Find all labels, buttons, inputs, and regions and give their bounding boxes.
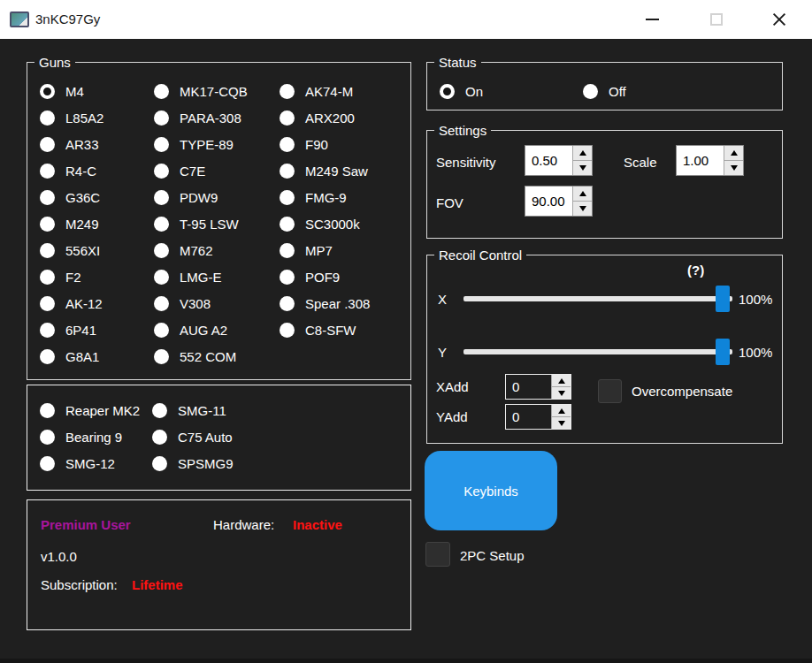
radio-option-c7e[interactable]: C7E [154,157,248,184]
radio-option-off[interactable]: Off [583,78,626,104]
radio-option-label: F2 [65,270,81,285]
spin-down-button[interactable] [552,417,571,429]
maximize-button[interactable] [696,0,737,39]
radio-icon [154,323,169,338]
radio-option-f90[interactable]: F90 [280,131,370,157]
xadd-value: 0 [506,375,551,399]
arrow-up-icon [731,150,738,156]
spin-up-button[interactable] [552,375,571,387]
radio-option-m249[interactable]: M249 [40,210,103,237]
radio-option-c8-sfw[interactable]: C8-SFW [280,316,370,343]
hardware-status-value: Inactive [293,515,342,534]
radio-option-ak74-m[interactable]: AK74-M [280,78,370,104]
radio-option-v308[interactable]: V308 [154,290,248,316]
radio-icon [154,349,169,364]
radio-option-spsmg9[interactable]: SPSMG9 [152,450,234,476]
twopc-checkbox[interactable] [425,542,450,567]
radio-option-ak-12[interactable]: AK-12 [40,290,103,316]
help-link[interactable]: (?) [687,261,704,279]
radio-option-label: C8-SFW [305,323,356,338]
radio-icon [40,323,55,338]
spin-up-button[interactable] [552,405,571,417]
radio-option-sc3000k[interactable]: SC3000k [280,210,370,237]
radio-option-r4-c[interactable]: R4-C [40,157,103,184]
spin-up-button[interactable] [573,187,592,202]
radio-option-label: M762 [180,243,213,258]
scale-spin-buttons [724,146,743,175]
radio-option-pdw9[interactable]: PDW9 [154,184,248,210]
recoil-y-slider-handle[interactable] [716,339,730,365]
recoil-x-slider-handle[interactable] [716,286,730,312]
radio-option-label: T-95 LSW [180,217,239,232]
spin-down-button[interactable] [573,202,592,216]
radio-option-smg-11[interactable]: SMG-11 [152,397,234,423]
spin-up-button[interactable] [724,146,743,161]
radio-option-m249-saw[interactable]: M249 Saw [280,157,370,184]
titlebar: 3nKC97Gy [0,0,812,39]
radio-option-c75-auto[interactable]: C75 Auto [152,423,234,450]
minimize-button[interactable] [632,0,672,39]
radio-option-556xi[interactable]: 556XI [40,237,103,263]
recoil-x-slider-track[interactable] [463,296,732,301]
radio-icon [40,164,55,179]
radio-option-lmg-e[interactable]: LMG-E [154,263,248,290]
radio-option-l85a2[interactable]: L85A2 [40,104,103,131]
yadd-spin-buttons [551,405,571,429]
spin-down-button[interactable] [573,161,592,175]
radio-icon [280,270,295,285]
radio-option-label: SMG-11 [178,403,226,418]
subscription-label: Subscription: [41,575,118,594]
guns-column-1: M4L85A2AR33R4-CG36CM249556XIF2AK-126P41G… [40,78,103,370]
radio-option-6p41[interactable]: 6P41 [40,316,103,343]
radio-option-ar33[interactable]: AR33 [40,131,103,157]
radio-option-label: Bearing 9 [65,430,122,445]
radio-option-m762[interactable]: M762 [154,237,248,263]
radio-option-label: L85A2 [65,110,103,126]
radio-option-label: 556XI [65,243,100,258]
spin-up-button[interactable] [573,146,592,161]
keybinds-button[interactable]: Keybinds [425,451,557,530]
sensitivity-spinner[interactable]: 0.50 [525,145,593,176]
spin-down-button[interactable] [724,161,743,175]
radio-option-mk17-cqb[interactable]: MK17-CQB [154,78,248,104]
scale-spinner[interactable]: 1.00 [676,145,744,176]
radio-option-aug-a2[interactable]: AUG A2 [154,316,248,343]
radio-option-type-89[interactable]: TYPE-89 [154,131,248,157]
radio-option-para-308[interactable]: PARA-308 [154,104,248,131]
radio-option-g8a1[interactable]: G8A1 [40,343,103,370]
radio-option-label: G36C [65,190,100,205]
window-bottom-edge [0,659,812,663]
radio-option-m4[interactable]: M4 [40,78,103,104]
radio-option-mp7[interactable]: MP7 [280,237,370,263]
subscription-value: Lifetime [132,575,183,594]
radio-option-g36c[interactable]: G36C [40,184,103,210]
account-info-box: Premium User Hardware: Inactive v1.0.0 S… [27,499,411,630]
radio-option-fmg-9[interactable]: FMG-9 [280,184,370,210]
yadd-spinner[interactable]: 0 [505,404,571,430]
overcompensate-checkbox[interactable] [598,379,622,403]
radio-option-552-com[interactable]: 552 COM [154,343,248,370]
spin-down-button[interactable] [552,387,571,399]
radio-option-label: M4 [65,84,84,99]
close-button[interactable] [759,0,800,39]
radio-option-pof9[interactable]: POF9 [280,263,370,290]
radio-option-t-95-lsw[interactable]: T-95 LSW [154,210,248,237]
xadd-spinner[interactable]: 0 [505,374,571,400]
radio-option-label: R4-C [65,164,96,179]
radio-option-bearing-9[interactable]: Bearing 9 [40,423,140,450]
radio-option-on[interactable]: On [440,78,483,104]
radio-option-label: Reaper MK2 [65,403,140,418]
radio-icon [280,164,295,179]
radio-icon [40,110,55,126]
radio-option-f2[interactable]: F2 [40,263,103,290]
radio-option-spear-308[interactable]: Spear .308 [280,290,370,316]
radio-option-reaper-mk2[interactable]: Reaper MK2 [40,397,140,423]
sensitivity-spin-buttons [572,146,592,175]
sensitivity-label: Sensitivity [436,153,496,171]
radio-option-smg-12[interactable]: SMG-12 [40,450,140,476]
radio-option-label: Off [609,84,626,99]
radio-option-arx200[interactable]: ARX200 [280,104,370,131]
recoil-y-slider-track[interactable] [463,349,732,354]
fov-spinner[interactable]: 90.00 [525,186,593,217]
radio-icon [154,217,169,232]
